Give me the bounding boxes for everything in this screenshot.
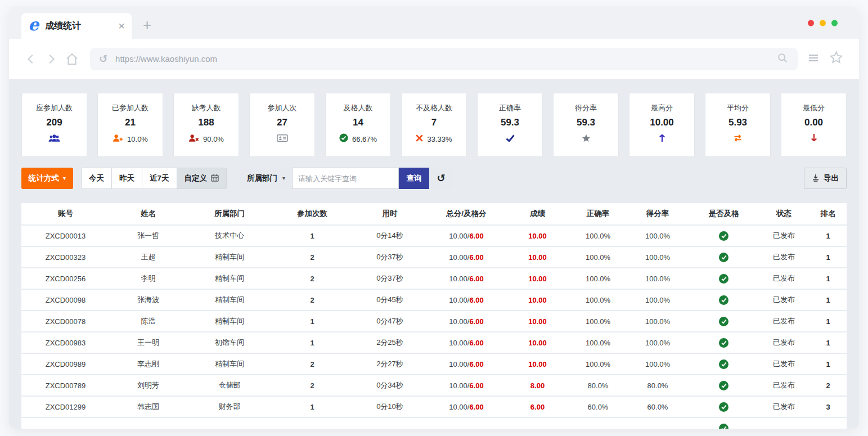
stat-card-value: 10.00 [650,117,674,128]
cell-rank: 1 [809,232,847,240]
table-row[interactable]: ZXCD01299韩志国财务部10分10秒10.00/6.006.0060.0%… [21,395,847,417]
export-label: 导出 [824,173,839,183]
cell-passed [689,423,758,429]
filter-toolbar: 统计方式 ▾ 今天 昨天 近7天 自定义 所属部门 ▾ [21,168,847,189]
stat-card-percent: 66.67% [352,135,377,143]
stat-card: 及格人数1466.67% [325,93,391,157]
reload-icon[interactable]: ↺ [99,53,107,65]
refresh-icon[interactable]: ↺ [429,168,453,189]
cell-status: 已发布 [758,273,809,284]
cell-score-rate: 100.0% [626,296,689,304]
today-button[interactable]: 今天 [81,168,112,189]
table-row[interactable]: ZXCD00789刘明芳仓储部20分34秒10.00/6.008.0080.0%… [21,374,847,395]
column-header: 总分/及格分 [428,209,505,219]
pass-check-icon [719,381,728,390]
cell-department: 初馏车间 [187,338,272,348]
url-text: https://www.kaoshiyun.com [115,54,217,64]
window-controls [808,20,838,26]
cell-duration: 0分47秒 [352,316,428,326]
stat-card: 缺考人数18890.0% [173,93,239,157]
pass-check-icon [719,274,728,284]
close-tab-icon[interactable]: × [118,20,125,32]
table-row[interactable]: ZXCD00256李明精制车间20分37秒10.00/6.0010.00100.… [21,267,847,289]
x-mark-icon [416,134,423,144]
cell-score: 10.00 [505,317,570,326]
table-row[interactable] [21,417,847,429]
stat-mode-button[interactable]: 统计方式 ▾ [21,168,73,189]
cell-total-pass: 10.00/6.00 [428,381,505,390]
stat-card: 参加人次27 [249,93,315,157]
cell-total-pass: 10.00/6.00 [428,232,505,240]
cell-total-pass: 10.00/6.00 [428,403,505,411]
department-label: 所属部门 [247,173,277,183]
table-row[interactable]: ZXCD00983王一明初馏车间12分25秒10.00/6.0010.00100… [21,331,847,353]
home-icon[interactable] [65,52,79,66]
cell-duration: 2分25秒 [352,338,428,348]
cell-score: 8.00 [505,381,570,390]
cell-accuracy: 100.0% [570,275,626,283]
cell-duration: 2分27秒 [352,359,428,369]
window-maximize-dot[interactable] [831,20,838,26]
cell-accuracy: 100.0% [570,339,626,347]
cell-total-pass: 10.00/6.00 [428,339,505,347]
navbar-actions [807,51,843,67]
stat-card-value: 7 [431,117,437,128]
column-header: 成绩 [505,209,570,219]
department-dropdown[interactable]: 所属部门 ▾ [240,173,292,183]
browser-navbar: ↺ https://www.kaoshiyun.com [9,39,859,79]
cell-passed [689,380,758,390]
cell-duration: 0分45秒 [352,295,428,305]
column-header: 是否及格 [689,209,758,219]
cell-rank: 1 [809,317,847,326]
stat-card: 正确率59.3 [477,93,543,157]
bookmark-star-icon[interactable] [829,51,843,67]
table-row[interactable]: ZXCD00098张海波精制车间20分45秒10.00/6.0010.00100… [21,289,847,310]
stat-card-value: 0.00 [804,117,823,128]
column-header: 参加次数 [272,209,352,219]
table-row[interactable]: ZXCD00323王超精制车间20分37秒10.00/6.0010.00100.… [21,246,847,267]
export-button[interactable]: 导出 [804,168,847,189]
query-button[interactable]: 查询 [399,168,429,189]
cell-score: 10.00 [505,232,570,240]
cell-total-pass: 10.00/6.00 [428,275,505,283]
cell-duration: 0分37秒 [352,252,428,262]
table-row[interactable]: ZXCD00078陈浩精制车间10分47秒10.00/6.0010.00100.… [21,310,847,331]
tab-title: 成绩统计 [45,20,81,32]
cell-accuracy: 60.0% [570,403,626,411]
stat-card-label: 应参加人数 [36,103,73,113]
cell-passed [689,359,758,368]
star-solid-icon [582,134,591,145]
window-close-dot[interactable] [808,20,814,26]
last7days-button[interactable]: 近7天 [142,168,177,189]
cell-account: ZXCD00983 [21,339,110,347]
new-tab-icon[interactable]: + [143,13,151,39]
cell-duration: 0分10秒 [352,402,428,412]
cell-name: 王一明 [110,338,187,348]
custom-range-button[interactable]: 自定义 [177,168,227,189]
cell-passed [689,295,758,304]
pass-check-icon [719,424,728,429]
back-icon[interactable] [25,53,37,65]
arrow-up-icon [659,133,665,145]
window-minimize-dot[interactable] [820,20,826,26]
cell-score-rate: 100.0% [626,275,689,283]
cell-attempts: 2 [272,381,352,390]
table-row[interactable]: ZXCD00013张一哲技术中心10分14秒10.00/6.0010.00100… [21,224,847,246]
pass-check-icon [719,295,728,305]
forward-icon[interactable] [45,53,57,65]
cell-rank: 3 [809,403,847,411]
keyword-search-input[interactable] [292,168,399,189]
yesterday-button[interactable]: 昨天 [111,168,142,189]
table-row[interactable]: ZXCD00989李志刚精制车间22分27秒10.00/6.0010.00100… [21,353,847,374]
stat-card-value: 27 [277,117,287,128]
pass-check-icon [719,231,728,241]
search-icon[interactable] [776,52,789,66]
stat-card-label: 及格人数 [344,103,373,113]
stat-card: 最高分10.00 [629,93,695,157]
cell-account: ZXCD01299 [21,403,110,411]
address-bar[interactable]: ↺ https://www.kaoshiyun.com [90,48,798,70]
menu-icon[interactable] [807,51,820,67]
browser-tab[interactable]: e 成绩统计 × [21,13,132,39]
stat-card-label: 最低分 [803,103,825,113]
cell-attempts: 2 [272,275,352,283]
